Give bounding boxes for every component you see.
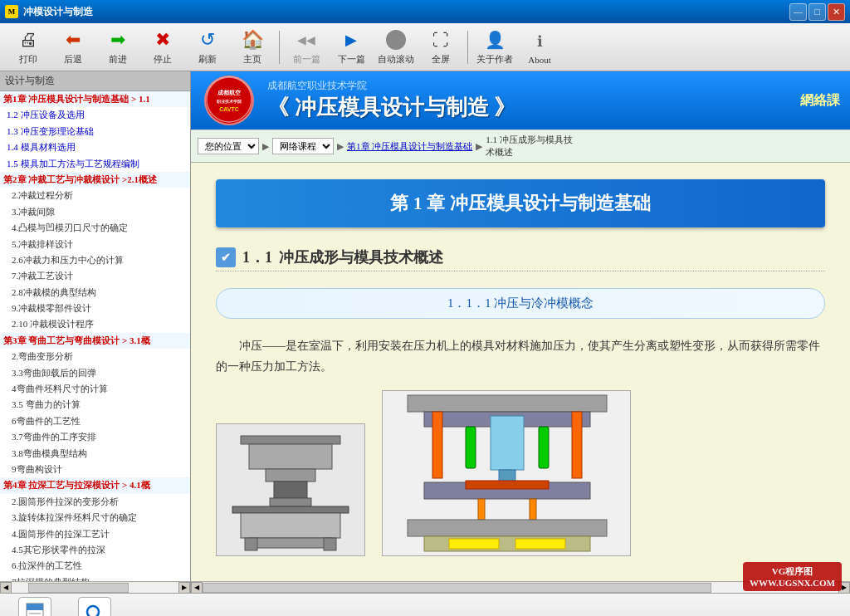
author-label: 关于作者 <box>476 53 513 66</box>
forward-label: 前进 <box>109 53 127 66</box>
network-course-select[interactable]: 网络课程 <box>272 138 334 154</box>
doc-icon <box>18 597 51 616</box>
content-header: 成都航空 职业技术学院 CAVTC 成都航空职业技术学院 《 冲压模具设计与制造… <box>191 71 850 130</box>
refresh-icon: ↺ <box>196 28 219 51</box>
search-icon <box>78 597 111 616</box>
sidebar-item-1-5[interactable]: 1.5 模具加工方法与工艺规程编制 <box>0 156 190 172</box>
author-icon: 👤 <box>483 28 506 51</box>
content-body[interactable]: 第 1 章 冲压模具设计与制造基础 ✔ 1．1 冲压成形与模具技术概述 1．1．… <box>191 163 850 581</box>
sidebar-item-2-4[interactable]: 4.凸模与凹模刃口尺寸的确定 <box>0 220 190 236</box>
subsection-title: 1．1．1 冲压与冷冲模概念 <box>216 288 825 319</box>
prev-button[interactable]: ◀◀ 前一篇 <box>285 27 328 68</box>
stop-button[interactable]: ✖ 停止 <box>141 27 184 68</box>
sidebar-item-4-2[interactable]: 2.圆筒形件拉深的变形分析 <box>0 494 190 510</box>
breadcrumb-chapter[interactable]: 第1章 冲压模具设计与制造基础 <box>347 140 472 153</box>
svg-text:职业技术学院: 职业技术学院 <box>216 99 242 104</box>
sidebar-item-3-2[interactable]: 2.弯曲变形分析 <box>0 349 190 364</box>
svg-rect-23 <box>466 481 549 489</box>
svg-rect-11 <box>249 538 332 548</box>
svg-rect-31 <box>27 604 43 610</box>
svg-rect-29 <box>515 539 565 549</box>
search-button[interactable]: 搜索 <box>70 597 120 616</box>
sidebar-item-4-6[interactable]: 6.拉深件的工艺性 <box>0 558 190 574</box>
sidebar-item-ch3[interactable]: 第3章 弯曲工艺与弯曲模设计 > 3.1概 <box>0 333 190 349</box>
forward-button[interactable]: ➡ 前进 <box>96 27 139 68</box>
back-icon: ⬅ <box>61 28 85 51</box>
sidebar-item-3-7[interactable]: 3.7弯曲件的工序安排 <box>0 429 190 445</box>
author-button[interactable]: 👤 关于作者 <box>473 27 516 68</box>
sidebar-item-4-3[interactable]: 3.旋转体拉深件坯料尺寸的确定 <box>0 510 190 526</box>
school-name: 成都航空职业技术学院 <box>267 79 515 93</box>
about-label: About <box>528 55 551 65</box>
sidebar-content[interactable]: 第1章 冲压模具设计与制造基础 > 1.1 1.2 冲压设备及选用 1.3 冲压… <box>0 91 190 581</box>
sidebar-item-2-10[interactable]: 2.10 冲裁模设计程序 <box>0 316 190 332</box>
home-button[interactable]: 🏠 主页 <box>231 27 274 68</box>
section-title: ✔ 1．1 冲压成形与模具技术概述 <box>216 247 825 271</box>
watermark-line1: VG程序图 <box>750 565 835 578</box>
sidebar-item-2-2[interactable]: 2.冲裁过程分析 <box>0 188 190 203</box>
svg-rect-4 <box>241 436 340 444</box>
sidebar-item-2-6[interactable]: 2.6冲裁力和压力中心的计算 <box>0 252 190 268</box>
sidebar-item-1-3[interactable]: 1.3 冲压变形理论基础 <box>0 124 190 139</box>
scroll-right-btn[interactable]: ▶ <box>178 582 190 594</box>
next-icon: ▶ <box>340 28 363 51</box>
next-button[interactable]: ▶ 下一篇 <box>330 27 373 68</box>
sidebar-item-3-4[interactable]: 4弯曲件坯料尺寸的计算 <box>0 381 190 397</box>
back-button[interactable]: ⬅ 后退 <box>51 27 95 68</box>
sidebar-item-3-3[interactable]: 3.3弯曲卸载后的回弹 <box>0 365 190 381</box>
sidebar-header: 设计与制造 <box>0 71 190 91</box>
sidebar-item-1-2[interactable]: 1.2 冲压设备及选用 <box>0 107 190 123</box>
toolbar-separator-2 <box>467 31 468 64</box>
school-logo: 成都航空 职业技术学院 CAVTC <box>204 76 254 125</box>
fullscreen-button[interactable]: ⛶ 全屏 <box>419 27 462 68</box>
sidebar-item-3-9[interactable]: 9弯曲构设计 <box>0 462 190 477</box>
sidebar-item-3-8[interactable]: 3.8弯曲模典型结构 <box>0 446 190 462</box>
content-scroll-left[interactable]: ◀ <box>191 582 203 594</box>
about-button[interactable]: ℹ About <box>518 27 561 68</box>
svg-rect-28 <box>449 539 499 549</box>
svg-text:成都航空: 成都航空 <box>217 89 241 95</box>
sidebar-item-2-9[interactable]: 9.冲裁模零部件设计 <box>0 301 190 316</box>
maximize-button[interactable]: □ <box>808 3 826 21</box>
doc-button[interactable]: 文章 <box>10 597 60 616</box>
sidebar: 设计与制造 第1章 冲压模具设计与制造基础 > 1.1 1.2 冲压设备及选用 … <box>0 71 191 593</box>
course-title: 《 冲压模具设计与制造 》 <box>267 93 515 122</box>
sidebar-item-ch4[interactable]: 第4章 拉深工艺与拉深模设计 > 4.1概 <box>0 477 190 493</box>
sidebar-item-ch1[interactable]: 第1章 冲压模具设计与制造基础 > 1.1 <box>0 91 190 107</box>
sidebar-item-2-5[interactable]: 5.冲裁排样设计 <box>0 237 190 252</box>
sidebar-item-ch2[interactable]: 第2章 冲裁工艺与冲裁模设计 >2.1概述 <box>0 172 190 188</box>
sidebar-item-2-8[interactable]: 2.8冲裁模的典型结构 <box>0 285 190 301</box>
breadcrumb-section: 1.1 冲压成形与模具技术概述 <box>486 134 573 159</box>
autoscroll-label: 自动滚动 <box>378 53 414 66</box>
print-icon: 🖨 <box>17 28 40 51</box>
print-button[interactable]: 🖨 打印 <box>7 27 50 68</box>
main-toolbar: 🖨 打印 ⬅ 后退 ➡ 前进 ✖ 停止 ↺ 刷新 🏠 主页 ◀◀ 前一篇 ▶ 下… <box>0 23 850 71</box>
sidebar-item-3-6[interactable]: 6弯曲件的工艺性 <box>0 413 190 429</box>
refresh-button[interactable]: ↺ 刷新 <box>186 27 229 68</box>
svg-rect-19 <box>539 427 549 468</box>
next-label: 下一篇 <box>338 53 365 66</box>
minimize-button[interactable]: — <box>789 3 807 21</box>
header-text: 成都航空职业技术学院 《 冲压模具设计与制造 》 <box>267 79 515 122</box>
sidebar-item-1-4[interactable]: 1.4 模具材料选用 <box>0 139 190 155</box>
autoscroll-button[interactable]: 自动滚动 <box>374 27 418 68</box>
sidebar-item-4-7[interactable]: 7拉深模的典型结构 <box>0 574 190 581</box>
sidebar-item-2-3[interactable]: 3.冲裁间隙 <box>0 204 190 220</box>
position-select[interactable]: 您的位置 <box>198 138 259 154</box>
machine-diagram <box>216 423 365 556</box>
sidebar-item-3-5[interactable]: 3.5 弯曲力的计算 <box>0 397 190 413</box>
close-button[interactable]: ✕ <box>828 3 845 21</box>
sidebar-item-4-4[interactable]: 4.圆筒形件的拉深工艺计 <box>0 526 190 542</box>
network-course-tag: 網絡課 <box>800 92 840 110</box>
svg-point-35 <box>87 606 99 616</box>
stop-label: 停止 <box>154 53 172 66</box>
sidebar-item-4-5[interactable]: 4.5其它形状零件的拉深 <box>0 542 190 558</box>
content-images <box>216 390 825 556</box>
section-number: 1．1 <box>242 247 272 267</box>
scroll-left-btn[interactable]: ◀ <box>0 582 12 594</box>
about-icon: ℹ <box>528 30 551 53</box>
hscroll-track[interactable] <box>12 583 178 593</box>
svg-rect-7 <box>274 482 307 498</box>
breadcrumb-arrow-3: ▶ <box>476 141 482 152</box>
sidebar-item-2-7[interactable]: 7.冲裁工艺设计 <box>0 268 190 284</box>
